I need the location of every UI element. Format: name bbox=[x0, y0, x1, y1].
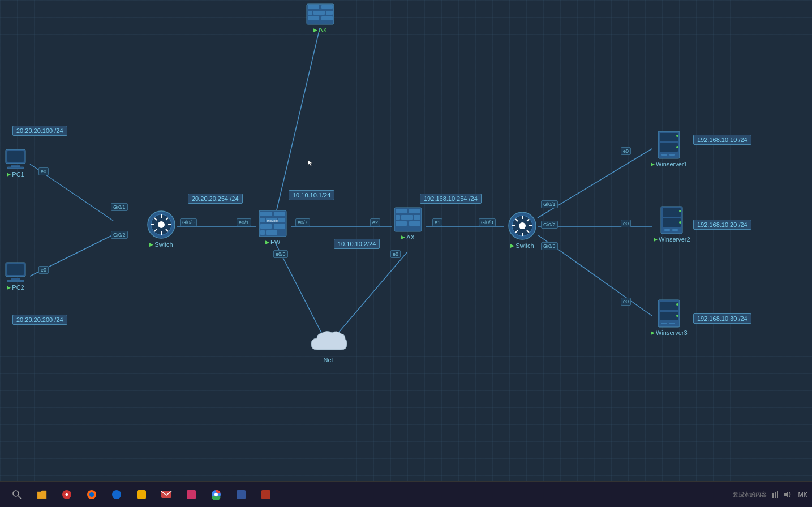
net-cloud-icon bbox=[308, 327, 348, 355]
fw-icon: HillStone bbox=[258, 209, 287, 238]
net-node[interactable]: Net bbox=[308, 327, 348, 363]
svg-rect-43 bbox=[278, 218, 285, 222]
taskbar-app6[interactable] bbox=[255, 484, 277, 505]
port-switch-left-gi00: Gi0/0 bbox=[180, 218, 197, 226]
svg-rect-15 bbox=[308, 11, 312, 15]
fw-node[interactable]: HillStone ▶ FW bbox=[258, 209, 287, 246]
svg-rect-21 bbox=[11, 165, 20, 167]
taskbar-app2[interactable] bbox=[105, 484, 128, 505]
svg-rect-53 bbox=[396, 215, 400, 220]
pc2-icon bbox=[3, 261, 28, 283]
port-switch-right-gi03: Gi0/3 bbox=[541, 242, 558, 250]
svg-point-79 bbox=[679, 221, 681, 224]
winserver2-label: Winserver2 bbox=[659, 236, 690, 243]
svg-rect-39 bbox=[260, 212, 272, 216]
svg-rect-45 bbox=[274, 224, 285, 229]
svg-point-86 bbox=[676, 315, 678, 317]
svg-rect-102 bbox=[772, 493, 774, 498]
winserver3-label: Winserver3 bbox=[656, 329, 688, 336]
fw-label: FW bbox=[270, 239, 280, 246]
port-winserver1-e0: e0 bbox=[621, 147, 631, 155]
winserver2-icon bbox=[660, 205, 684, 235]
taskbar-app4[interactable] bbox=[180, 484, 203, 505]
taskbar-search[interactable] bbox=[6, 484, 28, 505]
taskbar: 要搜索的内容 MK bbox=[0, 481, 812, 507]
switch-right-label: Switch bbox=[515, 242, 534, 249]
switch-left-label: Switch bbox=[154, 241, 173, 248]
ax-top-icon bbox=[306, 3, 335, 25]
switch-left-node[interactable]: ▶ Switch bbox=[146, 209, 177, 248]
cursor bbox=[307, 158, 314, 165]
taskbar-app3[interactable] bbox=[130, 484, 153, 505]
svg-text:HillStone: HillStone bbox=[267, 219, 278, 222]
switch-left-icon bbox=[146, 209, 177, 240]
ax-mid-label: AX bbox=[406, 234, 415, 240]
taskbar-app1[interactable] bbox=[55, 484, 78, 505]
port-winserver2-e0: e0 bbox=[621, 220, 631, 227]
pc1-label: PC1 bbox=[12, 171, 24, 178]
taskbar-app5[interactable] bbox=[230, 484, 252, 505]
svg-line-90 bbox=[18, 496, 21, 499]
port-pc1-e0: e0 bbox=[38, 167, 49, 175]
port-switch-right-gi02: Gi0/2 bbox=[541, 221, 558, 229]
winserver2-node[interactable]: ▶ Winserver2 bbox=[654, 205, 690, 243]
net-label: Net bbox=[323, 356, 333, 363]
ip-label-winserver3: 192.168.10.30 /24 bbox=[693, 313, 751, 324]
port-switch-left-gi02: Gi0/2 bbox=[111, 231, 128, 239]
ax-top-node[interactable]: ▶ AX bbox=[306, 3, 335, 33]
svg-rect-55 bbox=[396, 221, 407, 226]
winserver1-node[interactable]: ▶ Winserver1 bbox=[651, 130, 688, 167]
svg-rect-74 bbox=[669, 154, 675, 156]
svg-rect-83 bbox=[660, 302, 678, 310]
switch-right-icon bbox=[507, 210, 538, 241]
svg-point-78 bbox=[679, 210, 681, 212]
port-switch-right-gi01: Gi0/1 bbox=[541, 200, 558, 208]
taskbar-email[interactable] bbox=[155, 484, 178, 505]
svg-rect-46 bbox=[266, 230, 277, 235]
svg-rect-25 bbox=[11, 278, 20, 280]
taskbar-browser-firefox[interactable] bbox=[80, 484, 103, 505]
pc2-node[interactable]: ▶ PC2 bbox=[3, 261, 28, 291]
svg-rect-95 bbox=[137, 490, 146, 499]
svg-line-10 bbox=[338, 252, 407, 333]
ax-mid-node[interactable]: ▶ AX bbox=[393, 207, 423, 240]
port-fw-e01: e0/1 bbox=[237, 218, 251, 226]
ip-label-pc2: 20.20.20.200 /24 bbox=[12, 315, 67, 325]
ax-top-label: AX bbox=[319, 27, 327, 33]
svg-rect-42 bbox=[260, 218, 265, 222]
port-pc2-e0: e0 bbox=[38, 266, 49, 274]
ip-label-ax-mid: 192.168.10.254 /24 bbox=[420, 194, 482, 204]
taskbar-files[interactable] bbox=[31, 484, 53, 505]
svg-point-37 bbox=[158, 221, 165, 228]
svg-point-85 bbox=[676, 303, 678, 306]
winserver3-node[interactable]: ▶ Winserver3 bbox=[651, 299, 688, 336]
switch-right-node[interactable]: ▶ Switch bbox=[507, 210, 538, 249]
port-switch-right-gi00: Gi0/0 bbox=[479, 218, 496, 226]
taskbar-browser-chrome[interactable] bbox=[205, 484, 227, 505]
svg-rect-51 bbox=[409, 209, 420, 213]
port-ax-e0: e0 bbox=[390, 250, 401, 258]
svg-rect-97 bbox=[187, 490, 196, 499]
taskbar-right-area: 要搜索的内容 MK bbox=[733, 490, 808, 499]
svg-rect-100 bbox=[237, 490, 246, 499]
pc1-node[interactable]: ▶ PC1 bbox=[3, 148, 28, 178]
svg-rect-12 bbox=[308, 5, 319, 9]
svg-point-72 bbox=[676, 146, 678, 148]
svg-rect-80 bbox=[664, 229, 670, 231]
svg-rect-13 bbox=[321, 5, 333, 9]
pc2-label: PC2 bbox=[12, 284, 24, 291]
svg-rect-70 bbox=[660, 143, 678, 152]
svg-rect-14 bbox=[313, 11, 325, 15]
svg-rect-18 bbox=[321, 16, 333, 20]
svg-rect-47 bbox=[260, 230, 265, 235]
svg-rect-40 bbox=[274, 212, 285, 216]
svg-rect-69 bbox=[660, 133, 678, 141]
svg-rect-56 bbox=[409, 221, 420, 226]
taskbar-system-icons bbox=[771, 490, 792, 499]
port-fw-e07: e0/7 bbox=[295, 218, 310, 226]
winserver1-label: Winserver1 bbox=[656, 161, 688, 167]
svg-point-93 bbox=[89, 492, 94, 497]
winserver1-icon bbox=[657, 130, 681, 160]
port-winserver3-e0: e0 bbox=[621, 298, 631, 306]
svg-rect-103 bbox=[775, 492, 776, 498]
